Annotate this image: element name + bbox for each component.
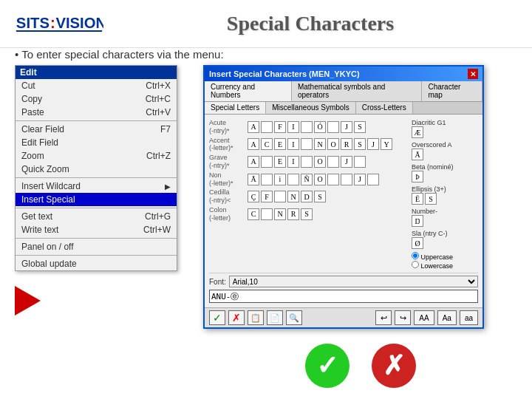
char-btn-A-grave[interactable]: A xyxy=(248,156,259,168)
char-btn-Y-accent[interactable]: Y xyxy=(381,138,392,150)
char-btn-sp2-non[interactable] xyxy=(287,174,299,185)
big-x-icon[interactable]: ✗ xyxy=(372,344,416,388)
dialog-cancel-button[interactable]: ✗ xyxy=(228,310,245,325)
char-btn-C-ced[interactable]: Ç xyxy=(248,191,259,202)
char-btn-sp-colon[interactable] xyxy=(261,208,273,220)
tab-math-symbols[interactable]: Mathematical symbols and operators xyxy=(292,81,423,101)
char-btn-J-non[interactable]: J xyxy=(354,174,366,185)
char-btn-R-accent[interactable]: R xyxy=(341,138,352,150)
char-btn-O-grave[interactable]: O xyxy=(314,156,326,168)
tab-char-map[interactable]: Character map xyxy=(422,81,482,101)
char-btn-R-colon[interactable]: R xyxy=(287,208,299,220)
char-btn-sp-ced[interactable] xyxy=(274,191,286,202)
char-btn-oslash[interactable]: Ø xyxy=(412,237,423,249)
dialog-uppercase-button[interactable]: AA xyxy=(414,310,434,325)
char-btn-E-grave[interactable]: E xyxy=(274,156,286,168)
char-btn-F-ced[interactable]: F xyxy=(261,191,273,202)
char-btn-sp-accent[interactable] xyxy=(301,138,313,150)
dialog-redo-button[interactable]: ↪ xyxy=(395,310,411,325)
menu-item-insert-special[interactable]: Insert Special xyxy=(16,193,177,206)
menu-item-panel-on-off[interactable]: Panel on / off xyxy=(16,240,177,253)
menu-item-insert-wildcard[interactable]: Insert Wildcard xyxy=(16,180,177,193)
dialog-paste-button[interactable]: 📄 xyxy=(267,310,283,325)
char-btn-sp3-grave[interactable] xyxy=(327,156,339,168)
menu-item-clear-field[interactable]: Clear Field F7 xyxy=(16,123,177,136)
char-btn-sp3-non[interactable] xyxy=(327,174,339,185)
char-btn-A-accent[interactable]: A xyxy=(248,138,259,150)
char-btn-ecirc[interactable]: Ë xyxy=(412,193,423,205)
char-btn-I-acute[interactable]: I xyxy=(287,121,299,133)
char-btn-sp2-grave[interactable] xyxy=(301,156,313,168)
char-btn-O-acute[interactable]: Ó xyxy=(314,121,326,133)
char-btn-eng[interactable]: Ŋ xyxy=(412,215,423,227)
menu-item-edit-field[interactable]: Edit Field xyxy=(16,136,177,149)
menu-item-zoom[interactable]: Zoom Ctrl+Z xyxy=(16,149,177,163)
char-btn-S-colon[interactable]: S xyxy=(301,208,313,220)
char-row-grave: Grave(-ntry)* A E I O J xyxy=(209,154,409,170)
char-btn-S-accent[interactable]: S xyxy=(354,138,366,150)
case-lowercase-radio[interactable] xyxy=(412,261,419,268)
char-btn-sp2-acute[interactable] xyxy=(301,121,313,133)
char-btn-I-accent[interactable]: I xyxy=(287,138,299,150)
char-btn-O-accent[interactable]: O xyxy=(327,138,339,150)
char-btn-N-non[interactable]: Ñ xyxy=(301,174,313,185)
dialog-lowercase-button[interactable]: aa xyxy=(460,310,478,325)
dialog-close-button[interactable]: ✕ xyxy=(468,69,478,79)
char-btn-A-acute[interactable]: A xyxy=(248,121,259,133)
case-uppercase-label[interactable]: Uppercase xyxy=(412,252,478,261)
char-btn-ecirc2[interactable]: S xyxy=(425,193,437,205)
dialog-search-button[interactable]: 🔍 xyxy=(286,310,302,325)
char-btn-ae[interactable]: Æ xyxy=(412,126,423,138)
char-btn-I-grave[interactable]: I xyxy=(287,156,299,168)
menu-item-copy[interactable]: Copy Ctrl+C xyxy=(16,92,177,106)
char-btn-sp-non[interactable] xyxy=(261,174,273,185)
dialog-undo-button[interactable]: ↩ xyxy=(375,310,392,325)
char-btn-sp3-acute[interactable] xyxy=(327,121,339,133)
char-label-non: Non(-letter)* xyxy=(209,171,246,188)
dialog-copy-button[interactable]: 📋 xyxy=(248,310,264,325)
char-btn-thorn[interactable]: Þ xyxy=(412,171,423,183)
char-btn-C-accent[interactable]: C xyxy=(261,138,273,150)
menu-item-paste[interactable]: Paste Ctrl+V xyxy=(16,106,177,119)
char-btn-N-colon[interactable]: N xyxy=(274,208,286,220)
char-btn-sp5-non[interactable] xyxy=(367,174,379,185)
char-btn-abar[interactable]: Ā xyxy=(412,149,423,160)
char-btn-sp1-grave[interactable] xyxy=(261,156,273,168)
logo-area: SITS : VISION xyxy=(15,7,103,40)
tab-cross-letters[interactable]: Cross-Letters xyxy=(356,102,413,114)
char-btn-S-ced[interactable]: S xyxy=(314,191,326,202)
char-btn-N-ced[interactable]: N xyxy=(287,191,299,202)
char-btn-space-acute[interactable] xyxy=(261,121,273,133)
char-btn-sp4-grave[interactable] xyxy=(354,156,366,168)
char-btn-N-accent[interactable]: N xyxy=(314,138,326,150)
menu-item-get-text[interactable]: Get text Ctrl+G xyxy=(16,210,177,223)
font-select[interactable]: Arial,10 xyxy=(229,276,478,287)
char-btn-F-acute[interactable]: F xyxy=(274,121,286,133)
menu-item-global-update[interactable]: Global update xyxy=(16,257,177,270)
tab-misc-symbols[interactable]: Miscellaneous Symbols xyxy=(266,102,356,114)
char-btn-C-colon[interactable]: C xyxy=(248,208,259,220)
case-lowercase-label[interactable]: Lowercase xyxy=(412,261,478,270)
char-btn-J-grave[interactable]: J xyxy=(341,156,352,168)
case-uppercase-radio[interactable] xyxy=(412,252,419,259)
menu-item-write-text[interactable]: Write text Ctrl+W xyxy=(16,223,177,236)
char-btn-i-non[interactable]: i xyxy=(274,174,286,185)
char-btn-E-accent[interactable]: E xyxy=(274,138,286,150)
dialog-mixedcase-button[interactable]: Aa xyxy=(437,310,457,325)
char-btn-sp4-non[interactable] xyxy=(341,174,352,185)
menu-item-quick-zoom[interactable]: Quick Zoom xyxy=(16,163,177,176)
char-btn-J-accent[interactable]: J xyxy=(367,138,379,150)
right-diacritic: Diacritic G1 Æ xyxy=(412,119,478,138)
char-btn-O-non[interactable]: O xyxy=(314,174,326,185)
char-btn-D-ced[interactable]: D xyxy=(301,191,313,202)
char-btn-S-acute[interactable]: S xyxy=(354,121,366,133)
big-check-icon[interactable]: ✓ xyxy=(305,344,349,388)
right-number-chars: Ŋ xyxy=(412,215,478,227)
char-btn-A-non[interactable]: Ā xyxy=(248,174,259,185)
char-btn-J-acute[interactable]: J xyxy=(341,121,352,133)
tab-currency-numbers[interactable]: Currency and Numbers xyxy=(205,81,292,101)
dialog-confirm-button[interactable]: ✓ xyxy=(209,310,225,325)
tab-special-letters[interactable]: Special Letters xyxy=(205,102,266,114)
menu-item-cut[interactable]: Cut Ctrl+X xyxy=(16,79,177,92)
char-input-field[interactable] xyxy=(209,290,478,303)
